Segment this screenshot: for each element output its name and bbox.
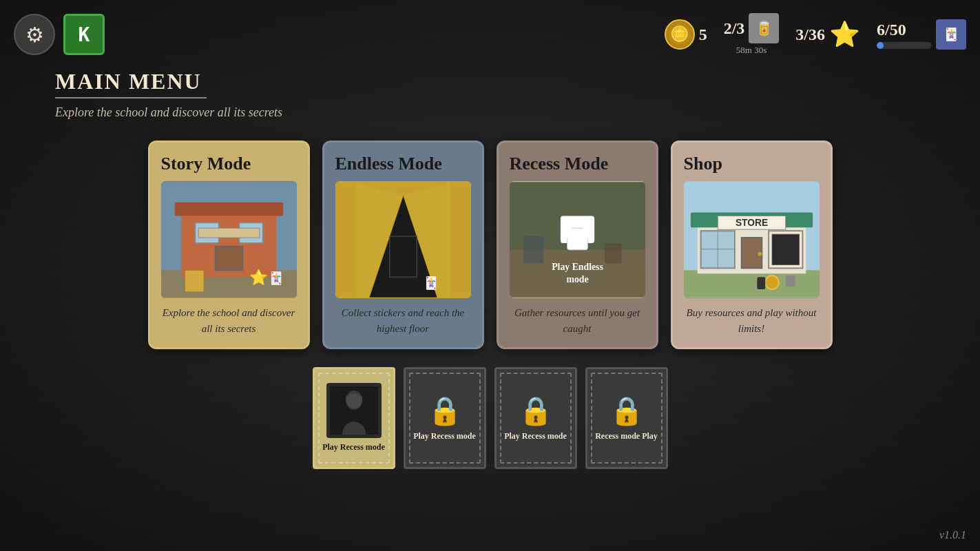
cards-icon: 🃏 [936, 19, 966, 50]
svg-rect-27 [574, 236, 580, 247]
recess-card-desc: Gather resources until you get caught [510, 305, 645, 336]
recess-illustration: Play Endless mode [510, 181, 645, 298]
recess-mode-card[interactable]: Recess Mode [497, 141, 658, 349]
story-card-desc: Explore the school and discover all its … [161, 305, 297, 336]
svg-point-40 [758, 252, 762, 256]
svg-text:Play Endless: Play Endless [552, 262, 603, 272]
story-card-image: ⭐ 🃏 [161, 181, 297, 298]
stamp-2-inner: 🔒 Play Recess mode [406, 369, 484, 467]
page-subtitle: Explore the school and discover all its … [55, 105, 925, 120]
energy-stat: 2/3 🥫 58m 30s [724, 13, 780, 56]
character-svg [330, 386, 378, 435]
game-modes-section: Story Mode [0, 134, 980, 356]
story-mode-card[interactable]: Story Mode [148, 141, 310, 349]
shop-card[interactable]: Shop STORE [671, 141, 833, 349]
title-divider [55, 97, 207, 98]
page-title: MAIN MENU [55, 69, 925, 94]
svg-rect-3 [174, 202, 283, 216]
svg-rect-31 [684, 270, 820, 297]
stamp-4-lock-icon: 🔒 [609, 395, 644, 427]
gear-icon: ⚙ [25, 23, 44, 47]
story-card-title: Story Mode [161, 154, 297, 174]
coins-stat: 🪙 5 [665, 19, 707, 50]
coins-value: 5 [699, 25, 707, 44]
cards-progress-wrap: 6/50 [877, 21, 932, 49]
svg-text:mode: mode [566, 274, 588, 284]
stamp-4-inner: 🔒 Recess mode Play [587, 369, 666, 467]
endless-svg: 🃏 [335, 181, 471, 298]
recess-svg: Play Endless mode [510, 181, 645, 298]
stamp-2-lock-icon: 🔒 [428, 395, 462, 427]
shop-card-image: STORE [684, 181, 820, 298]
svg-rect-44 [785, 276, 795, 287]
endless-mode-card[interactable]: Endless Mode [322, 141, 484, 349]
stamp-3-lock-icon: 🔒 [519, 395, 553, 427]
svg-rect-6 [215, 247, 242, 270]
stars-value: 3/36 [795, 25, 825, 44]
top-bar: ⚙ K 🪙 5 2/3 🥫 58m 30s [0, 0, 980, 69]
endless-illustration: 🃏 [335, 181, 471, 298]
svg-text:STORE: STORE [735, 218, 767, 228]
cards-value: 6/50 [877, 21, 932, 39]
stamp-3[interactable]: 🔒 Play Recess mode [494, 367, 577, 469]
recess-card-image: Play Endless mode [510, 181, 645, 298]
svg-text:🃏: 🃏 [268, 271, 284, 286]
energy-value: 2/3 [724, 19, 745, 38]
recess-card-title: Recess Mode [510, 154, 645, 174]
svg-rect-17 [389, 236, 416, 277]
svg-rect-10 [185, 270, 204, 292]
stars-stat: 3/36 ⭐ [795, 20, 860, 49]
svg-rect-42 [772, 234, 799, 264]
stamp-1-label: Play Recess mode [322, 442, 385, 453]
k-icon: K [79, 23, 90, 46]
star-icon: ⭐ [829, 20, 860, 49]
energy-row: 2/3 🥫 [724, 13, 780, 43]
svg-rect-45 [757, 277, 765, 289]
coin-icon: 🪙 [665, 19, 695, 50]
stamp-2[interactable]: 🔒 Play Recess mode [404, 367, 486, 469]
stamps-section: Play Recess mode 🔒 Play Recess mode 🔒 Pl… [0, 356, 980, 469]
stamp-1-character [326, 383, 382, 438]
stamp-1[interactable]: Play Recess mode [313, 367, 395, 469]
cards-progress-fill [877, 42, 884, 49]
stamp-2-label: Play Recess mode [413, 431, 476, 442]
energy-timer: 58m 30s [736, 45, 767, 56]
top-right-stats: 🪙 5 2/3 🥫 58m 30s 3/36 ⭐ [665, 13, 966, 56]
svg-text:🃏: 🃏 [424, 276, 439, 291]
endless-card-desc: Collect stickers and reach the highest f… [335, 305, 471, 336]
main-container: ⚙ K 🪙 5 2/3 🥫 58m 30s [0, 0, 980, 551]
title-section: MAIN MENU Explore the school and discove… [0, 69, 980, 134]
stamp-3-label: Play Recess mode [504, 431, 567, 442]
stamp-3-inner: 🔒 Play Recess mode [497, 369, 575, 467]
version-label: v1.0.1 [939, 529, 966, 541]
shop-svg: STORE [684, 181, 820, 298]
shop-card-desc: Buy resources and play without limits! [684, 305, 820, 336]
stamp-4-label: Recess mode Play [595, 431, 658, 442]
story-illustration: ⭐ 🃏 [161, 181, 297, 298]
svg-point-43 [765, 276, 779, 289]
shop-illustration: STORE [684, 181, 820, 298]
top-left: ⚙ K [14, 14, 105, 55]
svg-rect-7 [198, 228, 260, 238]
energy-icon: 🥫 [749, 13, 779, 43]
k-button[interactable]: K [63, 14, 105, 55]
shop-card-title: Shop [684, 154, 820, 174]
endless-card-title: Endless Mode [335, 154, 471, 174]
story-building-svg: ⭐ 🃏 [161, 181, 297, 298]
svg-text:⭐: ⭐ [249, 268, 269, 287]
stamp-1-inner: Play Recess mode [315, 369, 393, 467]
cards-progress-bar [877, 42, 932, 49]
endless-card-image: 🃏 [335, 181, 471, 298]
cards-stat: 6/50 🃏 [877, 19, 966, 50]
stamp-4[interactable]: 🔒 Recess mode Play [585, 367, 668, 469]
settings-button[interactable]: ⚙ [14, 14, 55, 55]
